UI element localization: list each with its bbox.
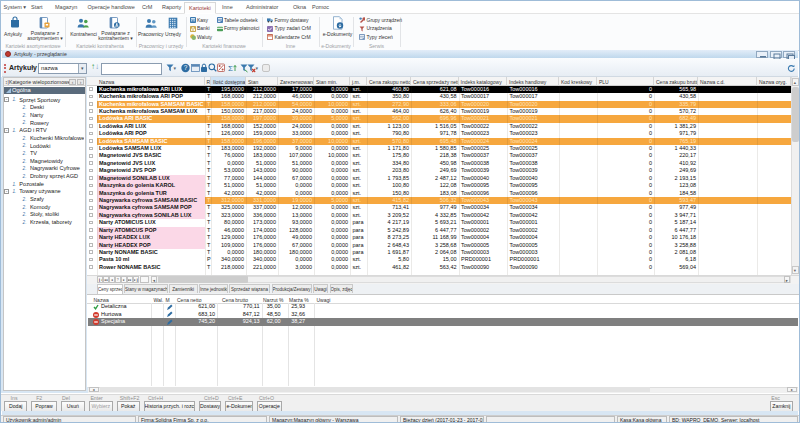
svg-text:Σ: Σ — [228, 64, 233, 73]
svg-text:?: ? — [183, 64, 187, 71]
